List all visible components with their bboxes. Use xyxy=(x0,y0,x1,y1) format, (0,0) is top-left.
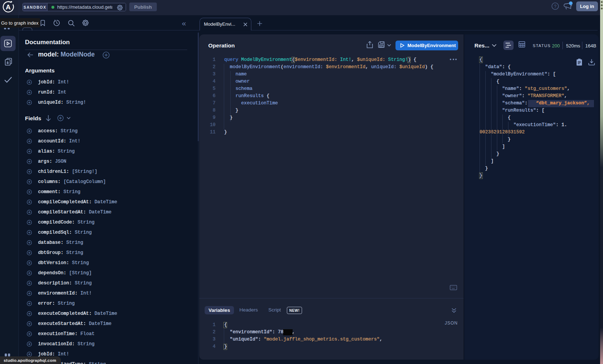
svg-text:?: ? xyxy=(554,4,557,9)
svg-text:A: A xyxy=(6,3,11,11)
